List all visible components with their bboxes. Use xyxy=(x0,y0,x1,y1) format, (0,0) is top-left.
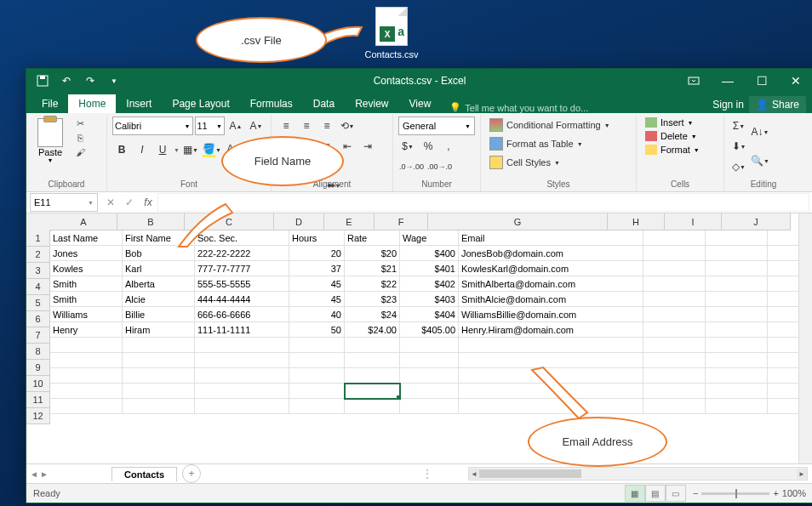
cell[interactable] xyxy=(768,399,799,414)
cell[interactable]: $402 xyxy=(400,276,459,292)
column-header[interactable]: I xyxy=(665,213,722,230)
cell[interactable] xyxy=(50,368,123,384)
scroll-left-icon[interactable]: ◄ xyxy=(469,469,479,479)
cell[interactable] xyxy=(50,338,123,353)
align-top-icon[interactable]: ≡ xyxy=(277,117,295,135)
cell[interactable]: $24 xyxy=(345,307,400,322)
cell[interactable]: WilliamsBillie@domain.com xyxy=(459,307,643,322)
cell[interactable] xyxy=(706,276,768,292)
cell[interactable] xyxy=(400,353,459,368)
cell[interactable] xyxy=(123,384,195,399)
fill-color-icon[interactable]: 🪣▼ xyxy=(202,140,222,159)
cell[interactable] xyxy=(289,353,345,368)
sign-in-link[interactable]: Sign in xyxy=(712,99,744,111)
format-painter-icon[interactable]: 🖌 xyxy=(72,145,88,159)
cell[interactable] xyxy=(289,368,345,384)
row-header[interactable]: 5 xyxy=(26,295,50,311)
cell[interactable] xyxy=(768,322,799,338)
row-header[interactable]: 2 xyxy=(26,247,50,263)
sheet-nav-next-icon[interactable]: ► xyxy=(40,469,49,479)
cell[interactable] xyxy=(768,230,799,246)
increase-decimal-icon[interactable]: .0→.00 xyxy=(398,157,425,176)
cell[interactable] xyxy=(706,261,768,276)
cell[interactable]: Jones xyxy=(50,246,123,261)
currency-icon[interactable]: $▼ xyxy=(398,137,417,156)
cell[interactable] xyxy=(345,399,400,414)
cell[interactable] xyxy=(768,353,799,368)
cell[interactable]: Hiram xyxy=(123,322,195,338)
column-header[interactable]: G xyxy=(428,213,608,230)
cell[interactable] xyxy=(706,322,768,338)
cell[interactable] xyxy=(195,399,289,414)
vertical-scrollbar[interactable] xyxy=(798,213,812,463)
italic-button[interactable]: I xyxy=(133,140,152,159)
cell[interactable]: JonesBob@domain.com xyxy=(459,246,643,261)
format-as-table-button[interactable]: Format as Table▼ xyxy=(486,135,631,152)
cell[interactable] xyxy=(768,338,799,353)
cell[interactable] xyxy=(768,276,799,292)
zoom-level[interactable]: 100% xyxy=(782,488,806,498)
row-header[interactable]: 8 xyxy=(26,344,50,360)
cell[interactable] xyxy=(345,384,400,399)
conditional-formatting-button[interactable]: Conditional Formatting▼ xyxy=(486,117,631,134)
cell[interactable] xyxy=(768,292,799,307)
cell[interactable]: Williams xyxy=(50,307,123,322)
cell[interactable]: SmithAlcie@domain.com xyxy=(459,292,643,307)
ribbon-options-icon[interactable] xyxy=(677,69,711,93)
cell[interactable]: Email xyxy=(459,230,643,246)
cell[interactable]: Wage xyxy=(400,230,459,246)
row-header[interactable]: 3 xyxy=(26,263,50,279)
cell[interactable] xyxy=(400,399,459,414)
column-header[interactable]: H xyxy=(608,213,665,230)
column-header[interactable]: E xyxy=(324,213,375,230)
cell[interactable]: KowlesKarl@domain.com xyxy=(459,261,643,276)
cell[interactable] xyxy=(768,384,799,399)
fill-icon[interactable]: ⬇▼ xyxy=(729,137,748,156)
horizontal-scrollbar[interactable]: ◄ ► xyxy=(468,467,808,480)
cell[interactable] xyxy=(50,399,123,414)
comma-icon[interactable]: , xyxy=(439,137,458,156)
cell[interactable] xyxy=(768,368,799,384)
cell[interactable]: Last Name xyxy=(50,230,123,246)
cell[interactable] xyxy=(706,246,768,261)
view-page-break-icon[interactable]: ▭ xyxy=(666,485,686,502)
cell[interactable]: Alberta xyxy=(123,276,195,292)
cell[interactable]: 20 xyxy=(289,246,345,261)
formula-input[interactable] xyxy=(157,193,809,212)
cell[interactable]: $401 xyxy=(400,261,459,276)
view-normal-icon[interactable]: ▦ xyxy=(625,485,645,502)
cell[interactable] xyxy=(706,353,768,368)
cell[interactable] xyxy=(706,292,768,307)
cell[interactable] xyxy=(289,338,345,353)
cell[interactable] xyxy=(50,353,123,368)
cell[interactable] xyxy=(643,368,706,384)
cell[interactable] xyxy=(706,384,768,399)
cell[interactable] xyxy=(195,338,289,353)
cell[interactable] xyxy=(400,368,459,384)
cell[interactable] xyxy=(643,276,706,292)
zoom-out-icon[interactable]: − xyxy=(693,488,698,498)
format-cells-button[interactable]: Format▼ xyxy=(642,144,718,156)
cell[interactable] xyxy=(706,338,768,353)
fx-icon[interactable]: fx xyxy=(139,194,157,211)
increase-font-icon[interactable]: A▲ xyxy=(226,117,245,135)
cell[interactable] xyxy=(289,384,345,399)
border-icon[interactable]: ▦▼ xyxy=(181,140,200,159)
cell[interactable] xyxy=(123,338,195,353)
undo-icon[interactable]: ↶ xyxy=(55,71,77,90)
tab-review[interactable]: Review xyxy=(345,94,398,113)
cell[interactable] xyxy=(459,338,643,353)
cell[interactable]: Smith xyxy=(50,276,123,292)
cell[interactable]: Karl xyxy=(123,261,195,276)
cell[interactable] xyxy=(195,384,289,399)
decrease-font-icon[interactable]: A▼ xyxy=(247,117,266,135)
row-header[interactable]: 4 xyxy=(26,279,50,295)
cell[interactable]: 37 xyxy=(289,261,345,276)
row-header[interactable]: 1 xyxy=(26,230,50,247)
cell[interactable]: $22 xyxy=(345,276,400,292)
share-button[interactable]: 👤Share xyxy=(749,96,806,113)
delete-cells-button[interactable]: Delete▼ xyxy=(642,130,718,142)
minimize-icon[interactable]: — xyxy=(711,69,745,93)
bold-button[interactable]: B xyxy=(112,140,131,159)
cell[interactable] xyxy=(123,353,195,368)
